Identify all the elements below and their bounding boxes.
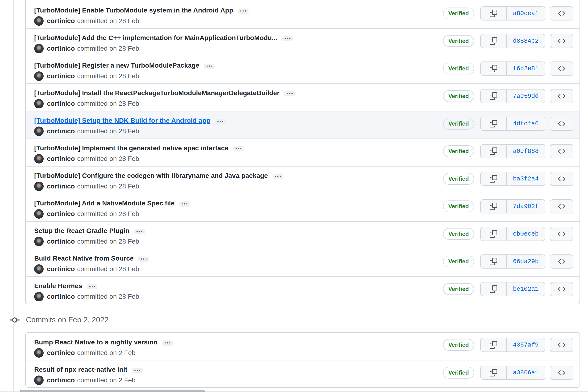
commit-sha-link[interactable]: ba3f2a4 bbox=[507, 172, 545, 186]
commit-title-link[interactable]: [TurboModule] Add a NativeModule Spec fi… bbox=[34, 200, 174, 207]
commit-message-expander-button[interactable] bbox=[273, 174, 283, 179]
author-avatar[interactable] bbox=[34, 237, 44, 246]
author-avatar[interactable] bbox=[34, 376, 44, 385]
verified-badge[interactable]: Verified bbox=[443, 173, 474, 185]
copy-sha-button[interactable] bbox=[481, 366, 507, 379]
commit-sha-link[interactable]: a80cea1 bbox=[507, 7, 545, 20]
author-avatar[interactable] bbox=[34, 126, 44, 136]
verified-badge[interactable]: Verified bbox=[443, 283, 474, 295]
browse-code-button[interactable] bbox=[550, 227, 573, 241]
copy-sha-button[interactable] bbox=[481, 34, 507, 48]
horizontal-scrollbar-thumb[interactable] bbox=[20, 390, 205, 392]
commit-sha-link[interactable]: a3866a1 bbox=[507, 366, 545, 379]
commit-title-link[interactable]: [TurboModule] Configure the codegen with… bbox=[34, 172, 268, 179]
commit-message-expander-button[interactable] bbox=[204, 64, 214, 69]
author-name-link[interactable]: cortinico bbox=[47, 238, 75, 245]
verified-badge[interactable]: Verified bbox=[443, 339, 474, 351]
author-name-link[interactable]: cortinico bbox=[47, 72, 75, 80]
commit-title-link[interactable]: [TurboModule] Install the ReactPackageTu… bbox=[34, 89, 280, 96]
commit-sha-link[interactable]: 4dfcfa6 bbox=[507, 117, 545, 130]
commit-title-link[interactable]: Bump React Native to a nightly version bbox=[34, 338, 157, 346]
commit-sha-link[interactable]: cb0eceb bbox=[507, 227, 545, 240]
commit-message-expander-button[interactable] bbox=[215, 119, 226, 124]
author-name-link[interactable]: cortinico bbox=[47, 45, 75, 52]
author-name-link[interactable]: cortinico bbox=[47, 349, 75, 357]
verified-badge[interactable]: Verified bbox=[443, 256, 474, 268]
copy-sha-button[interactable] bbox=[481, 282, 507, 296]
author-name-link[interactable]: cortinico bbox=[47, 210, 75, 218]
browse-code-button[interactable] bbox=[550, 89, 573, 103]
copy-sha-button[interactable] bbox=[481, 7, 507, 20]
commit-sha-link[interactable]: a0cf888 bbox=[507, 145, 545, 158]
copy-sha-button[interactable] bbox=[481, 200, 507, 213]
commit-message-expander-button[interactable] bbox=[162, 340, 173, 346]
author-avatar[interactable] bbox=[34, 348, 44, 358]
verified-badge[interactable]: Verified bbox=[443, 367, 474, 378]
commit-sha-link[interactable]: 66ca29b bbox=[507, 255, 545, 268]
browse-code-button[interactable] bbox=[550, 254, 573, 268]
commit-message-expander-button[interactable] bbox=[87, 284, 97, 289]
commit-title-link[interactable]: [TurboModule] Register a new TurboModule… bbox=[34, 62, 199, 69]
commit-sha-link[interactable]: 7ae59dd bbox=[507, 90, 545, 103]
browse-code-button[interactable] bbox=[550, 338, 573, 352]
verified-badge[interactable]: Verified bbox=[443, 228, 474, 240]
commit-title-link[interactable]: Result of npx react-native init bbox=[34, 366, 127, 373]
browse-code-button[interactable] bbox=[550, 116, 573, 131]
copy-sha-button[interactable] bbox=[481, 338, 507, 352]
verified-badge[interactable]: Verified bbox=[443, 8, 474, 19]
commit-message-expander-button[interactable] bbox=[233, 146, 243, 152]
author-name-link[interactable]: cortinico bbox=[47, 182, 75, 190]
commit-message-expander-button[interactable] bbox=[132, 368, 143, 373]
author-avatar[interactable] bbox=[34, 209, 44, 218]
copy-sha-button[interactable] bbox=[481, 145, 507, 158]
copy-sha-button[interactable] bbox=[481, 62, 507, 75]
copy-sha-button[interactable] bbox=[481, 90, 507, 103]
commit-title-link[interactable]: [TurboModule] Setup the NDK Build for th… bbox=[34, 117, 210, 124]
commit-title-link[interactable]: Build React Native from Source bbox=[34, 255, 134, 262]
author-avatar[interactable] bbox=[34, 264, 44, 274]
author-name-link[interactable]: cortinico bbox=[47, 100, 75, 108]
author-name-link[interactable]: cortinico bbox=[47, 17, 75, 25]
verified-badge[interactable]: Verified bbox=[443, 145, 474, 157]
commit-sha-link[interactable]: f6d2e81 bbox=[507, 62, 545, 75]
browse-code-button[interactable] bbox=[550, 144, 573, 158]
browse-code-button[interactable] bbox=[550, 6, 573, 20]
commit-sha-link[interactable]: 7da902f bbox=[507, 200, 545, 213]
browse-code-button[interactable] bbox=[550, 282, 573, 296]
verified-badge[interactable]: Verified bbox=[443, 200, 474, 212]
author-avatar[interactable] bbox=[34, 72, 44, 81]
commit-message-expander-button[interactable] bbox=[284, 91, 295, 96]
browse-code-button[interactable] bbox=[550, 199, 573, 214]
commit-title-link[interactable]: [TurboModule] Add the C++ implementation… bbox=[34, 34, 277, 42]
browse-code-button[interactable] bbox=[550, 62, 573, 76]
author-avatar[interactable] bbox=[34, 154, 44, 164]
copy-sha-button[interactable] bbox=[481, 255, 507, 268]
copy-sha-button[interactable] bbox=[481, 227, 507, 240]
author-avatar[interactable] bbox=[34, 292, 44, 301]
verified-badge[interactable]: Verified bbox=[443, 118, 474, 130]
commit-title-link[interactable]: Setup the React Gradle Plugin bbox=[34, 227, 129, 234]
author-name-link[interactable]: cortinico bbox=[47, 376, 75, 384]
copy-sha-button[interactable] bbox=[481, 172, 507, 186]
commit-sha-link[interactable]: 4357af9 bbox=[507, 338, 545, 352]
verified-badge[interactable]: Verified bbox=[443, 90, 474, 102]
commit-message-expander-button[interactable] bbox=[138, 256, 149, 262]
author-name-link[interactable]: cortinico bbox=[47, 265, 75, 273]
verified-badge[interactable]: Verified bbox=[443, 35, 474, 47]
author-name-link[interactable]: cortinico bbox=[47, 293, 75, 300]
copy-sha-button[interactable] bbox=[481, 117, 507, 130]
commit-title-link[interactable]: Enable Hermes bbox=[34, 282, 82, 290]
commit-message-expander-button[interactable] bbox=[282, 36, 292, 41]
verified-badge[interactable]: Verified bbox=[443, 63, 474, 74]
author-name-link[interactable]: cortinico bbox=[47, 155, 75, 162]
browse-code-button[interactable] bbox=[550, 366, 573, 380]
author-name-link[interactable]: cortinico bbox=[47, 128, 75, 135]
browse-code-button[interactable] bbox=[550, 172, 573, 186]
author-avatar[interactable] bbox=[34, 44, 44, 53]
commit-title-link[interactable]: [TurboModule] Implement the generated na… bbox=[34, 144, 228, 152]
commit-message-expander-button[interactable] bbox=[134, 229, 145, 234]
author-avatar[interactable] bbox=[34, 99, 44, 108]
browse-code-button[interactable] bbox=[550, 34, 573, 48]
commit-title-link[interactable]: [TurboModule] Enable TurboModule system … bbox=[34, 6, 233, 14]
author-avatar[interactable] bbox=[34, 16, 44, 26]
